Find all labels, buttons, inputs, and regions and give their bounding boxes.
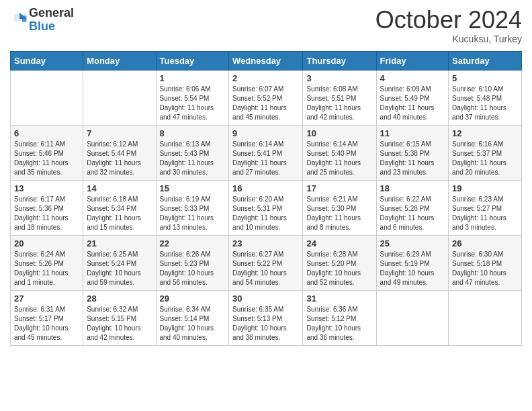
day-info: Sunrise: 6:28 AMSunset: 5:20 PMDaylight:… <box>306 250 361 286</box>
day-number: 12 <box>452 128 518 138</box>
day-cell-4-4: 31 Sunrise: 6:36 AMSunset: 5:12 PMDaylig… <box>303 290 376 345</box>
day-cell-2-5: 18 Sunrise: 6:22 AMSunset: 5:28 PMDaylig… <box>376 180 448 235</box>
day-cell-0-6: 5 Sunrise: 6:10 AMSunset: 5:48 PMDayligh… <box>449 70 522 125</box>
header: General Blue October 2024 Kucuksu, Turke… <box>10 7 522 44</box>
day-number: 1 <box>160 73 226 83</box>
day-info: Sunrise: 6:25 AMSunset: 5:24 PMDaylight:… <box>87 250 141 286</box>
day-info: Sunrise: 6:31 AMSunset: 5:17 PMDaylight:… <box>14 306 69 341</box>
title-area: October 2024 Kucuksu, Turkey <box>375 7 522 44</box>
day-number: 13 <box>14 183 79 193</box>
day-number: 20 <box>14 238 79 248</box>
day-cell-4-0: 27 Sunrise: 6:31 AMSunset: 5:17 PMDaylig… <box>11 290 83 345</box>
day-cell-4-2: 29 Sunrise: 6:34 AMSunset: 5:14 PMDaylig… <box>156 290 229 345</box>
logo: General Blue <box>10 7 74 34</box>
day-number: 25 <box>380 238 445 248</box>
day-number: 9 <box>232 128 299 138</box>
day-number: 22 <box>160 238 226 248</box>
day-info: Sunrise: 6:26 AMSunset: 5:23 PMDaylight:… <box>160 250 214 286</box>
day-cell-0-1 <box>83 70 156 125</box>
calendar-table: Sunday Monday Tuesday Wednesday Thursday… <box>10 51 522 346</box>
col-saturday: Saturday <box>449 51 522 70</box>
day-cell-4-5 <box>376 290 448 345</box>
day-info: Sunrise: 6:14 AMSunset: 5:40 PMDaylight:… <box>306 140 361 176</box>
day-cell-3-3: 23 Sunrise: 6:27 AMSunset: 5:22 PMDaylig… <box>229 235 303 290</box>
day-info: Sunrise: 6:35 AMSunset: 5:13 PMDaylight:… <box>232 306 287 341</box>
day-info: Sunrise: 6:20 AMSunset: 5:31 PMDaylight:… <box>232 195 287 231</box>
week-row-2: 13 Sunrise: 6:17 AMSunset: 5:36 PMDaylig… <box>11 180 522 235</box>
day-info: Sunrise: 6:15 AMSunset: 5:38 PMDaylight:… <box>380 140 435 176</box>
day-info: Sunrise: 6:22 AMSunset: 5:28 PMDaylight:… <box>380 195 435 231</box>
day-info: Sunrise: 6:32 AMSunset: 5:15 PMDaylight:… <box>87 306 141 341</box>
day-info: Sunrise: 6:30 AMSunset: 5:18 PMDaylight:… <box>452 250 506 286</box>
day-cell-2-1: 14 Sunrise: 6:18 AMSunset: 5:34 PMDaylig… <box>83 180 156 235</box>
day-number: 6 <box>14 128 79 138</box>
day-number: 4 <box>380 73 445 83</box>
day-cell-3-6: 26 Sunrise: 6:30 AMSunset: 5:18 PMDaylig… <box>449 235 522 290</box>
day-number: 24 <box>306 238 372 248</box>
day-cell-1-4: 10 Sunrise: 6:14 AMSunset: 5:40 PMDaylig… <box>303 125 376 180</box>
day-number: 19 <box>452 183 518 193</box>
day-cell-2-0: 13 Sunrise: 6:17 AMSunset: 5:36 PMDaylig… <box>11 180 83 235</box>
day-number: 23 <box>232 238 299 248</box>
col-thursday: Thursday <box>303 51 376 70</box>
day-info: Sunrise: 6:29 AMSunset: 5:19 PMDaylight:… <box>380 250 435 286</box>
day-info: Sunrise: 6:16 AMSunset: 5:37 PMDaylight:… <box>452 140 506 176</box>
col-sunday: Sunday <box>11 51 83 70</box>
day-cell-3-0: 20 Sunrise: 6:24 AMSunset: 5:26 PMDaylig… <box>11 235 83 290</box>
day-number: 17 <box>306 183 372 193</box>
day-info: Sunrise: 6:07 AMSunset: 5:52 PMDaylight:… <box>232 85 287 121</box>
day-cell-3-1: 21 Sunrise: 6:25 AMSunset: 5:24 PMDaylig… <box>83 235 156 290</box>
day-info: Sunrise: 6:27 AMSunset: 5:22 PMDaylight:… <box>232 250 287 286</box>
day-number: 31 <box>306 293 372 304</box>
day-info: Sunrise: 6:13 AMSunset: 5:43 PMDaylight:… <box>160 140 214 176</box>
day-info: Sunrise: 6:23 AMSunset: 5:27 PMDaylight:… <box>452 195 506 231</box>
day-number: 10 <box>306 128 372 138</box>
day-info: Sunrise: 6:12 AMSunset: 5:44 PMDaylight:… <box>87 140 141 176</box>
day-number: 28 <box>87 293 152 304</box>
day-info: Sunrise: 6:14 AMSunset: 5:41 PMDaylight:… <box>232 140 287 176</box>
calendar-header-row: Sunday Monday Tuesday Wednesday Thursday… <box>11 51 522 70</box>
day-number: 11 <box>380 128 445 138</box>
day-info: Sunrise: 6:24 AMSunset: 5:26 PMDaylight:… <box>14 250 69 286</box>
day-cell-0-2: 1 Sunrise: 6:06 AMSunset: 5:54 PMDayligh… <box>156 70 229 125</box>
day-info: Sunrise: 6:17 AMSunset: 5:36 PMDaylight:… <box>14 195 69 231</box>
week-row-0: 1 Sunrise: 6:06 AMSunset: 5:54 PMDayligh… <box>11 70 522 125</box>
day-cell-1-6: 12 Sunrise: 6:16 AMSunset: 5:37 PMDaylig… <box>449 125 522 180</box>
day-number: 16 <box>232 183 299 193</box>
col-friday: Friday <box>376 51 448 70</box>
day-cell-0-4: 3 Sunrise: 6:08 AMSunset: 5:51 PMDayligh… <box>303 70 376 125</box>
day-cell-4-1: 28 Sunrise: 6:32 AMSunset: 5:15 PMDaylig… <box>83 290 156 345</box>
day-cell-0-3: 2 Sunrise: 6:07 AMSunset: 5:52 PMDayligh… <box>229 70 303 125</box>
logo-general-text: General <box>29 7 74 20</box>
day-info: Sunrise: 6:34 AMSunset: 5:14 PMDaylight:… <box>160 306 214 341</box>
location: Kucuksu, Turkey <box>375 34 522 44</box>
week-row-4: 27 Sunrise: 6:31 AMSunset: 5:17 PMDaylig… <box>11 290 522 345</box>
col-tuesday: Tuesday <box>156 51 229 70</box>
day-number: 15 <box>160 183 226 193</box>
day-cell-2-4: 17 Sunrise: 6:21 AMSunset: 5:30 PMDaylig… <box>303 180 376 235</box>
day-number: 21 <box>87 238 152 248</box>
day-number: 3 <box>306 73 372 83</box>
day-info: Sunrise: 6:06 AMSunset: 5:54 PMDaylight:… <box>160 85 214 121</box>
day-cell-0-5: 4 Sunrise: 6:09 AMSunset: 5:49 PMDayligh… <box>376 70 448 125</box>
day-cell-4-3: 30 Sunrise: 6:35 AMSunset: 5:13 PMDaylig… <box>229 290 303 345</box>
month-title: October 2024 <box>375 7 522 34</box>
day-cell-2-2: 15 Sunrise: 6:19 AMSunset: 5:33 PMDaylig… <box>156 180 229 235</box>
day-number: 5 <box>452 73 518 83</box>
day-info: Sunrise: 6:21 AMSunset: 5:30 PMDaylight:… <box>306 195 361 231</box>
day-cell-1-5: 11 Sunrise: 6:15 AMSunset: 5:38 PMDaylig… <box>376 125 448 180</box>
page: General Blue October 2024 Kucuksu, Turke… <box>0 0 532 411</box>
day-number: 30 <box>232 293 299 304</box>
day-info: Sunrise: 6:36 AMSunset: 5:12 PMDaylight:… <box>306 306 361 341</box>
logo-icon <box>11 11 28 25</box>
col-wednesday: Wednesday <box>229 51 303 70</box>
day-number: 29 <box>160 293 226 304</box>
day-cell-1-1: 7 Sunrise: 6:12 AMSunset: 5:44 PMDayligh… <box>83 125 156 180</box>
svg-marker-2 <box>22 15 26 22</box>
day-cell-1-0: 6 Sunrise: 6:11 AMSunset: 5:46 PMDayligh… <box>11 125 83 180</box>
day-cell-3-4: 24 Sunrise: 6:28 AMSunset: 5:20 PMDaylig… <box>303 235 376 290</box>
day-number: 18 <box>380 183 445 193</box>
day-number: 7 <box>87 128 152 138</box>
week-row-3: 20 Sunrise: 6:24 AMSunset: 5:26 PMDaylig… <box>11 235 522 290</box>
day-info: Sunrise: 6:10 AMSunset: 5:48 PMDaylight:… <box>452 85 506 121</box>
